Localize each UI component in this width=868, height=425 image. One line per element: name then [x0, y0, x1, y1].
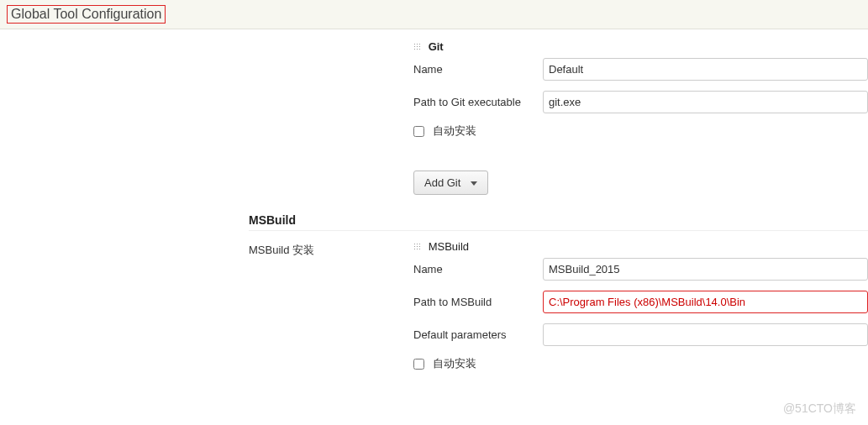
git-instance: Git Name Path to Git executable 自动安装	[413, 36, 868, 139]
page-title-bar: Global Tool Configuration	[0, 0, 868, 29]
git-name-input[interactable]	[543, 58, 868, 81]
msbuild-name-input[interactable]	[543, 258, 868, 281]
git-name-label: Name	[413, 63, 543, 76]
add-git-row: Add Git	[413, 171, 868, 195]
git-auto-install-row: 自动安装	[413, 123, 868, 139]
msbuild-default-params-input[interactable]	[543, 323, 868, 346]
git-path-row: Path to Git executable	[413, 91, 868, 113]
git-left-col	[249, 36, 413, 43]
msbuild-name-label: Name	[413, 263, 543, 275]
git-auto-install-checkbox[interactable]	[413, 126, 424, 137]
caret-down-icon	[471, 181, 477, 186]
git-instance-row: Git Name Path to Git executable 自动安装	[249, 36, 868, 139]
msbuild-name-row: Name	[413, 258, 868, 281]
msbuild-instance: MSBuild Name Path to MSBuild Default par…	[413, 236, 868, 371]
add-git-button-label: Add Git	[424, 176, 460, 189]
git-instance-title: Git	[429, 40, 444, 53]
drag-grip-icon[interactable]	[413, 43, 422, 51]
msbuild-default-params-row: Default parameters	[413, 323, 868, 346]
git-instance-header: Git	[413, 36, 868, 55]
msbuild-default-params-label: Default parameters	[413, 328, 543, 341]
msbuild-instance-header: MSBuild	[413, 236, 868, 254]
msbuild-path-input[interactable]	[543, 291, 868, 313]
git-name-row: Name	[413, 58, 868, 81]
msbuild-auto-install-label: 自动安装	[433, 357, 476, 370]
git-path-input[interactable]	[543, 91, 868, 113]
msbuild-section-header: MSBuild	[249, 208, 868, 231]
msbuild-instance-row: MSBuild 安装 MSBuild Name Path to MSBuild …	[249, 236, 868, 371]
add-git-button[interactable]: Add Git	[413, 171, 488, 195]
content: Git Name Path to Git executable 自动安装	[0, 29, 868, 371]
watermark: @51CTO博客	[783, 401, 856, 417]
msbuild-install-label: MSBuild 安装	[249, 236, 413, 258]
git-path-label: Path to Git executable	[413, 96, 543, 108]
msbuild-auto-install-checkbox[interactable]	[413, 359, 424, 370]
msbuild-path-label: Path to MSBuild	[413, 296, 543, 308]
msbuild-instance-title: MSBuild	[429, 240, 469, 253]
git-auto-install-label: 自动安装	[433, 124, 476, 137]
drag-grip-icon[interactable]	[413, 243, 422, 251]
msbuild-auto-install-row: 自动安装	[413, 356, 868, 371]
page-title: Global Tool Configuration	[7, 5, 166, 24]
msbuild-path-row: Path to MSBuild	[413, 291, 868, 313]
